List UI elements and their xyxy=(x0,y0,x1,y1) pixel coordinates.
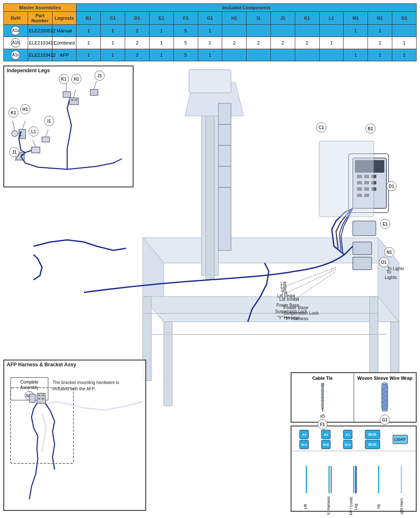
to-lights-label: To Lights xyxy=(387,266,404,271)
k1-label-left: K1 xyxy=(8,108,18,118)
l1-label: L1 xyxy=(29,126,39,137)
ref-a1a: A1a xyxy=(4,25,28,37)
table-row-a1a: A1a ELE2200512 Manual 1 1 2 1 5 1 1 1 xyxy=(4,25,417,37)
svg-rect-14 xyxy=(189,70,231,93)
g1-a1c: 1 xyxy=(198,49,222,61)
o1-a1b: 1 xyxy=(392,37,417,49)
j1-label-bottom: J1 xyxy=(9,147,19,157)
cable-tie-title: Cable Tie xyxy=(294,376,351,381)
ref-a1c: A1c xyxy=(4,49,28,61)
svg-point-94 xyxy=(382,410,388,411)
f1-qty-label: x5 xyxy=(294,413,351,418)
pin-light: LIGHT xyxy=(393,435,408,444)
g1-a1b: 1 xyxy=(198,37,222,49)
wire-label-lift: Lift xyxy=(303,494,308,515)
svg-rect-45 xyxy=(319,141,374,217)
d1-callout: D1 xyxy=(386,181,396,191)
e1-connector xyxy=(353,221,376,236)
col-n1: N1 xyxy=(368,12,392,25)
connector-pins-row: A3 IN-C A2 IN-B A1 IN-A BUS BUS LIGHT xyxy=(291,426,416,451)
m1-a1a: 1 xyxy=(344,25,368,37)
independent-legs-title: Independent Legs xyxy=(4,66,133,75)
wire-label-afp-leg: AFP / Comb. Leg xyxy=(349,494,358,515)
f1-a1a: 5 xyxy=(173,25,198,37)
independent-legs-svg xyxy=(4,75,134,183)
d1-a1b: 2 xyxy=(125,37,150,49)
col-f1: F1 xyxy=(173,12,198,25)
svg-rect-46 xyxy=(63,92,71,97)
j1-a1c xyxy=(270,49,295,61)
f1-a1b: 5 xyxy=(173,37,198,49)
col-j1: J1 xyxy=(270,12,295,25)
l1-a1c xyxy=(319,49,344,61)
included-components-header: Included Components xyxy=(76,4,417,12)
master-assemblies-header: Master Assemblies xyxy=(4,4,76,12)
col-g1: G1 xyxy=(198,12,222,25)
legrests-a1b: Combined xyxy=(52,37,76,49)
pin-bus-1: BUS xyxy=(365,430,380,439)
o1-callout: O1 xyxy=(379,257,389,267)
wire-label-tilt: Tilt xyxy=(377,494,381,515)
col-c1: C1 xyxy=(101,12,125,25)
col-l1: L1 xyxy=(319,12,344,25)
woven-sleeve-illustration xyxy=(380,382,389,414)
wire-stems xyxy=(291,451,416,493)
pin-in-a: IN-A xyxy=(343,440,352,449)
k1-a1a xyxy=(295,25,319,37)
lift-inhibit-label: Lift Inhibit xyxy=(277,294,295,298)
wire-labels-row: Lift Int. Harness AFP / Comb. Leg Tilt L… xyxy=(291,493,416,515)
table-row-a1b: A1b ELE2103411 Combined 1 1 2 1 5 1 2 2 … xyxy=(4,37,417,49)
h1-a1a xyxy=(222,25,247,37)
svg-rect-70 xyxy=(38,394,40,396)
n1-callout: N1 xyxy=(384,247,394,257)
o1-a1c: 1 xyxy=(392,49,417,61)
i1-a1a xyxy=(247,25,271,37)
c1-callout: C1 xyxy=(316,122,326,132)
f1-a1c: 5 xyxy=(173,49,198,61)
l1-a1a xyxy=(319,25,344,37)
lift-label: Lift xyxy=(281,281,286,286)
col-b1: B1 xyxy=(76,12,101,25)
pin-in-c: IN-C xyxy=(299,440,309,449)
c1-a1c: 1 xyxy=(101,49,125,61)
svg-line-62 xyxy=(94,81,97,89)
n1-a1b: 1 xyxy=(368,37,392,49)
pin-bus-2: BUS xyxy=(365,440,380,449)
wire-label-int-harness: Int. Harness xyxy=(326,494,331,515)
svg-rect-58 xyxy=(42,137,50,142)
accessories-box: Cable Tie x5 F1 Woven Sleeve Wire Wrap xyxy=(291,372,417,423)
svg-rect-12 xyxy=(206,112,214,280)
y-harness-label: "Y" Harness xyxy=(277,316,300,320)
parts-table-wrapper: Master Assemblies Included Components Re… xyxy=(0,0,420,61)
independent-legs-box: Independent Legs xyxy=(3,66,134,187)
part-a1a: ELE2200512 xyxy=(28,25,52,37)
tilt-label: Tilt xyxy=(281,287,286,292)
e1-a1a: 1 xyxy=(149,25,173,37)
svg-text:Lights: Lights xyxy=(385,275,397,280)
m1-a1c: 1 xyxy=(344,49,368,61)
svg-point-51 xyxy=(12,131,18,137)
e1-a1b: 1 xyxy=(149,37,173,49)
pin-in-b: IN-B xyxy=(321,440,331,449)
svg-marker-4 xyxy=(143,297,399,322)
col-o1: O1 xyxy=(392,12,417,25)
col-e1: E1 xyxy=(149,12,173,25)
f1-callout: F1 xyxy=(318,419,328,429)
table-row-a1c: A1c ELE2103412 AFP 1 1 2 1 5 1 1 1 1 xyxy=(4,49,417,61)
svg-rect-73 xyxy=(42,398,44,400)
k1-label-top: K1 xyxy=(59,74,69,84)
b1-callout: B1 xyxy=(365,124,375,134)
j1-a1b: 2 xyxy=(270,37,295,49)
n1-a1a: 1 xyxy=(368,25,392,37)
g1-a1a: 1 xyxy=(198,25,222,37)
h1-a1c xyxy=(222,49,247,61)
i1-a1b: 2 xyxy=(247,37,271,49)
afp-svg xyxy=(4,386,146,510)
b1-a1c: 1 xyxy=(76,49,101,61)
afp-harness-box: AFP Harness & Bracket Assy Complete Asse… xyxy=(3,360,146,511)
pin-a3: A3 xyxy=(299,430,309,439)
part-a1b: ELE2103411 xyxy=(28,37,52,49)
n1-connector xyxy=(353,242,372,255)
e1-callout: E1 xyxy=(380,219,390,229)
h1-label-top: H1 xyxy=(71,74,81,84)
